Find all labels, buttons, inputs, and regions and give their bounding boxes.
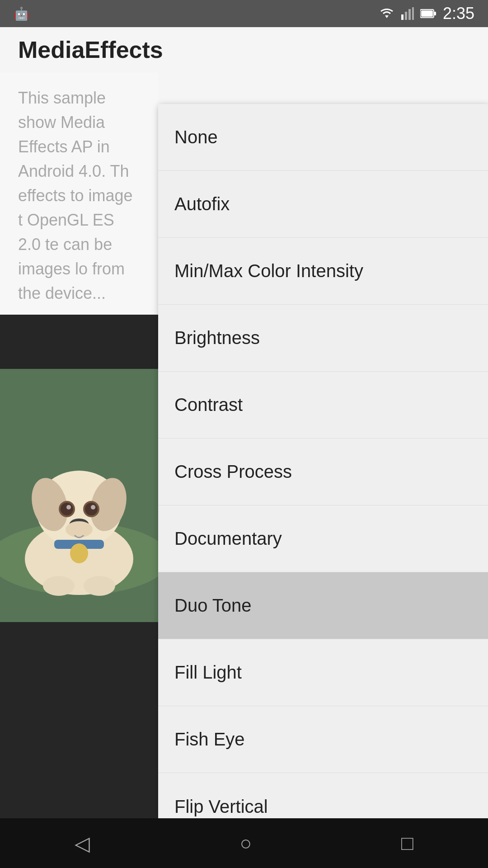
svg-rect-2 [405,12,407,20]
dropdown-item-duo-tone[interactable]: Duo Tone [158,572,488,639]
svg-marker-0 [385,15,389,18]
wifi-icon [379,7,395,20]
dropdown-item-none[interactable]: None [158,104,488,171]
dropdown-item-cross-process[interactable]: Cross Process [158,439,488,505]
app-bar: MediaEffects [0,27,488,72]
dropdown-item-autofix[interactable]: Autofix [158,171,488,238]
app-title: MediaEffects [18,36,163,63]
recents-button[interactable]: □ [401,832,413,854]
dropdown-backdrop [0,72,158,868]
dropdown-item-fish-eye[interactable]: Fish Eye [158,706,488,773]
dropdown-item-fill-light[interactable]: Fill Light [158,639,488,706]
svg-rect-7 [421,10,433,17]
dropdown-item-brightness[interactable]: Brightness [158,305,488,372]
svg-rect-1 [401,14,404,20]
status-bar-right: 2:35 [379,4,474,23]
status-bar-left: 🤖 [14,6,29,21]
signal-icon [401,7,414,20]
dropdown-item-contrast[interactable]: Contrast [158,372,488,439]
home-button[interactable]: ○ [239,832,252,854]
nav-bar: ◁ ○ □ [0,818,488,868]
dropdown-menu: NoneAutofixMin/Max Color IntensityBright… [158,104,488,840]
status-time: 2:35 [443,4,474,23]
status-bar: 🤖 2:35 [0,0,488,27]
dropdown-item-min-max-color[interactable]: Min/Max Color Intensity [158,238,488,305]
svg-rect-4 [412,7,414,20]
notification-icon: 🤖 [14,6,29,21]
svg-rect-6 [434,12,436,15]
svg-rect-3 [408,9,411,20]
dropdown-overlay: NoneAutofixMin/Max Color IntensityBright… [0,72,488,868]
back-button[interactable]: ◁ [75,832,90,855]
dropdown-item-documentary[interactable]: Documentary [158,505,488,572]
main-content: This sample show Media Effects AP in And… [0,72,488,868]
battery-icon [420,9,436,19]
